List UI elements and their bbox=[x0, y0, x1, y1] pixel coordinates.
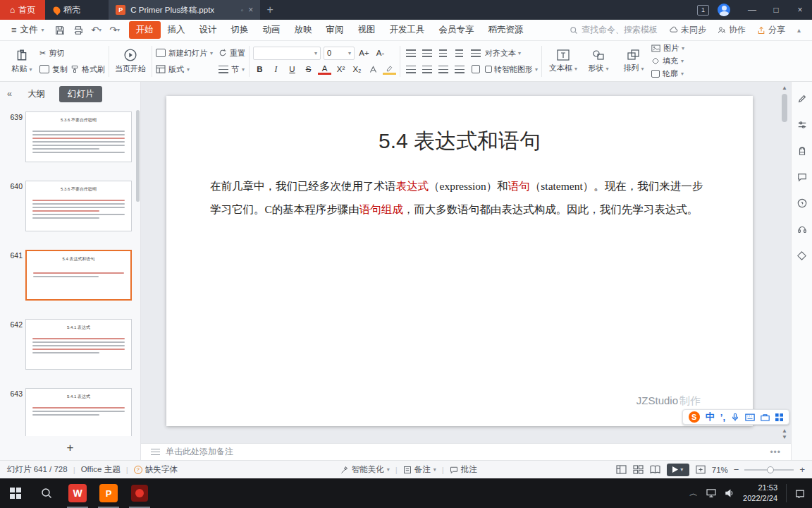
superscript-button[interactable]: X² bbox=[334, 63, 347, 76]
headset-icon[interactable] bbox=[796, 224, 808, 235]
play-from-current-button[interactable]: 当页开始 bbox=[113, 43, 148, 80]
layout-button[interactable]: 版式▾ bbox=[156, 63, 213, 75]
upload-status-icon[interactable]: 1 bbox=[697, 5, 709, 16]
new-tab-button[interactable]: + bbox=[260, 0, 280, 20]
slide-thumbnail-640[interactable]: 640 5.3.6 不要自作聪明 bbox=[3, 181, 132, 231]
slide-thumbnail-641[interactable]: 641 5.4 表达式和语句 bbox=[3, 250, 132, 301]
maximize-button[interactable]: □ bbox=[764, 5, 788, 15]
home-button[interactable]: ⌂ 首页 bbox=[0, 0, 45, 20]
slide-body-text[interactable]: 在前几章中，我们已经多次使用了术语表达式（expression）和语句（stat… bbox=[210, 174, 709, 222]
slide-title[interactable]: 5.4 表达式和语句 bbox=[166, 127, 753, 156]
display-icon[interactable] bbox=[706, 489, 716, 497]
canvas-scrollbar[interactable]: ▲ ▲ ▼ bbox=[780, 85, 789, 440]
fill-button[interactable]: 填充▾ bbox=[651, 56, 684, 67]
subscript-button[interactable]: X₂ bbox=[350, 63, 364, 76]
notes-more-icon[interactable]: ••• bbox=[770, 447, 781, 457]
columns-button[interactable] bbox=[469, 63, 482, 76]
file-menu[interactable]: ≡ 文件 ▾ bbox=[6, 24, 50, 36]
shapes-button[interactable]: 形状 ▾ bbox=[581, 43, 616, 80]
avatar[interactable] bbox=[718, 4, 730, 16]
slideshow-play-button[interactable]: ▾ bbox=[667, 464, 689, 476]
comment-panel-icon[interactable] bbox=[796, 171, 808, 183]
justify-button[interactable] bbox=[453, 63, 466, 76]
textbox-button[interactable]: 文本框 ▾ bbox=[546, 43, 581, 80]
document-tab[interactable]: P C Primer Plus终稿.pptx ▫ × bbox=[109, 0, 260, 20]
icons-diamond-icon[interactable] bbox=[796, 250, 808, 261]
fit-slide-button[interactable] bbox=[695, 465, 706, 475]
share-button[interactable]: 分享 bbox=[752, 24, 790, 36]
format-painter-button[interactable]: 格式刷 bbox=[70, 64, 105, 75]
taskbar-presentation-app[interactable]: P bbox=[93, 478, 124, 508]
paste-button[interactable]: 粘贴 ▾ bbox=[4, 43, 39, 80]
slide-thumbnail-642[interactable]: 642 5.4.1 表达式 bbox=[3, 319, 132, 370]
shrink-font-button[interactable]: A- bbox=[374, 47, 387, 60]
tab-slides[interactable]: 幻灯片 bbox=[59, 86, 103, 102]
tab-animation[interactable]: 动画 bbox=[256, 21, 288, 39]
minimize-button[interactable]: — bbox=[740, 5, 764, 15]
selected-thumbnail[interactable]: 5.4 表达式和语句 bbox=[25, 250, 132, 301]
normal-view-button[interactable] bbox=[616, 465, 627, 475]
grow-font-button[interactable]: A+ bbox=[357, 47, 371, 60]
taskbar-wps-app[interactable]: W bbox=[62, 478, 93, 508]
zoom-slider-knob[interactable] bbox=[767, 466, 774, 473]
smart-beautify-button[interactable]: 智能美化▾ bbox=[340, 464, 390, 475]
ime-grid-icon[interactable] bbox=[775, 413, 783, 421]
taskbar-clock[interactable]: 21:53 2022/2/24 bbox=[743, 483, 777, 504]
previous-slide-icon[interactable]: ▲ bbox=[782, 428, 787, 434]
theme-name[interactable]: Office 主题 bbox=[81, 464, 121, 475]
slide-thumbnail-639[interactable]: 639 5.3.6 不要自作聪明 bbox=[3, 111, 132, 162]
ime-punctuation-icon[interactable]: ’, bbox=[720, 412, 725, 423]
close-button[interactable]: × bbox=[788, 5, 812, 15]
new-slide-button[interactable]: 新建幻灯片▾ bbox=[156, 47, 213, 59]
ime-mode-chinese[interactable]: 中 bbox=[706, 411, 715, 423]
tab-outline[interactable]: 大纲 bbox=[22, 86, 51, 102]
tray-expand-icon[interactable]: ︿ bbox=[689, 488, 698, 500]
sogou-logo-icon[interactable]: S bbox=[689, 411, 700, 423]
font-color-button[interactable]: A bbox=[318, 64, 331, 75]
start-button[interactable] bbox=[0, 478, 31, 508]
docer-tab[interactable]: 稻壳 bbox=[45, 0, 89, 20]
add-slide-button[interactable]: + bbox=[67, 441, 74, 455]
print-icon[interactable] bbox=[70, 25, 87, 35]
notes-bar[interactable]: 单击此处添加备注 ••• bbox=[141, 443, 791, 460]
notes-placeholder[interactable]: 单击此处添加备注 bbox=[166, 446, 233, 458]
help-icon[interactable] bbox=[796, 198, 808, 209]
slide-sorter-view-button[interactable] bbox=[633, 465, 644, 475]
comments-toggle[interactable]: 批注 bbox=[450, 464, 477, 475]
undo-button[interactable]: ↶▾ bbox=[88, 25, 105, 35]
tab-slideshow[interactable]: 放映 bbox=[288, 21, 319, 39]
text-effects-button[interactable] bbox=[367, 63, 380, 76]
bold-button[interactable]: B bbox=[253, 63, 266, 76]
highlight-button[interactable] bbox=[383, 64, 396, 75]
panel-scrollbar[interactable] bbox=[136, 110, 140, 202]
tab-insert[interactable]: 插入 bbox=[161, 21, 192, 39]
align-right-button[interactable] bbox=[436, 63, 450, 76]
command-search[interactable]: 查找命令、搜索模板 bbox=[564, 24, 663, 36]
volume-icon[interactable] bbox=[725, 489, 734, 497]
ime-mic-icon[interactable] bbox=[731, 413, 739, 422]
redo-button[interactable]: ↷▾ bbox=[106, 25, 123, 35]
arrange-button[interactable]: 排列 ▾ bbox=[616, 43, 651, 80]
collaborate-button[interactable]: 协作 bbox=[713, 24, 751, 36]
zoom-out-button[interactable]: − bbox=[734, 464, 739, 475]
increase-indent-button[interactable] bbox=[453, 47, 466, 60]
align-center-button[interactable] bbox=[420, 63, 433, 76]
zoom-in-button[interactable]: + bbox=[799, 464, 805, 475]
align-left-button[interactable] bbox=[404, 63, 417, 76]
tab-view[interactable]: 视图 bbox=[351, 21, 383, 39]
numbering-button[interactable] bbox=[420, 47, 433, 60]
ime-toolbox-icon[interactable] bbox=[761, 413, 770, 421]
smartart-dropdown[interactable]: 转智能图形▾ bbox=[485, 64, 538, 75]
save-icon[interactable] bbox=[51, 25, 68, 35]
scrollbar-thumb[interactable] bbox=[782, 94, 787, 122]
notification-center-icon[interactable] bbox=[795, 489, 805, 498]
collapse-ribbon-icon[interactable]: ▴ bbox=[792, 26, 806, 34]
zoom-slider[interactable] bbox=[744, 469, 794, 471]
missing-fonts-button[interactable]: ?缺失字体 bbox=[134, 464, 178, 475]
tab-close-icon[interactable]: × bbox=[248, 5, 253, 15]
tab-review[interactable]: 审阅 bbox=[319, 21, 351, 39]
reset-button[interactable]: 重置 bbox=[219, 47, 245, 59]
tab-member[interactable]: 会员专享 bbox=[432, 21, 481, 39]
reading-view-button[interactable] bbox=[650, 465, 661, 475]
skin-pencil-icon[interactable] bbox=[796, 93, 808, 104]
